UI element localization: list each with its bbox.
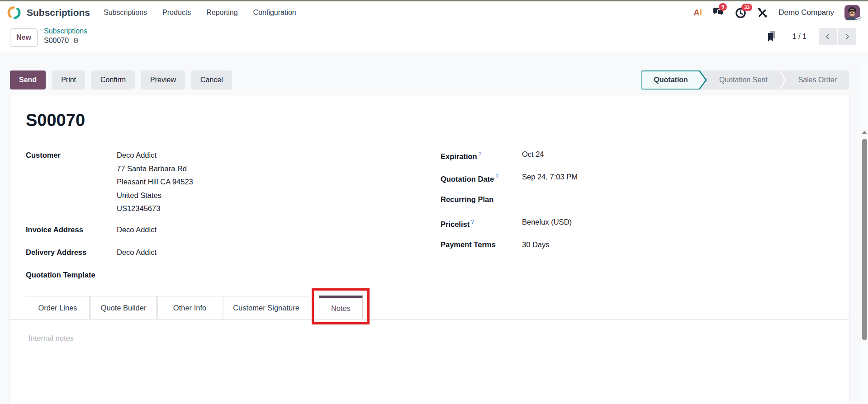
help-icon[interactable]: ? bbox=[471, 219, 474, 225]
field-invoice-address: Invoice Address Deco Addict bbox=[26, 223, 157, 237]
pager-previous-button[interactable] bbox=[819, 28, 837, 45]
field-label: Payment Terms bbox=[441, 239, 522, 250]
field-recurring-plan: Recurring Plan bbox=[441, 194, 522, 205]
activities-button[interactable]: 33 bbox=[735, 7, 746, 19]
notes-tab-highlight-annotation bbox=[312, 288, 370, 324]
subscriptions-app-icon[interactable] bbox=[7, 6, 21, 19]
menu-reporting[interactable]: Reporting bbox=[206, 1, 237, 24]
confirm-button[interactable]: Confirm bbox=[91, 70, 135, 89]
internal-notes-input[interactable]: Internal notes bbox=[28, 334, 74, 343]
tab-order-lines[interactable]: Order Lines bbox=[26, 296, 90, 319]
pager-counter: 1 / 1 bbox=[792, 33, 806, 41]
form-sheet: S00070 Customer Deco Addict 77 Santa Bar… bbox=[9, 95, 849, 404]
send-button[interactable]: Send bbox=[10, 70, 46, 89]
field-label: Quotation Date? bbox=[441, 171, 522, 184]
field-pricelist: Pricelist? Benelux (USD) bbox=[441, 216, 572, 230]
tab-quote-builder[interactable]: Quote Builder bbox=[90, 296, 157, 319]
field-label: Expiration? bbox=[441, 149, 522, 162]
control-panel: New Subscriptions S00070 ⚙ 1 / 1 bbox=[0, 24, 868, 52]
field-quotation-template: Quotation Template bbox=[26, 268, 117, 282]
status-step-quotation-sent[interactable]: Quotation Sent bbox=[707, 70, 780, 89]
app-title: Subscriptions bbox=[27, 7, 90, 18]
help-icon[interactable]: ? bbox=[479, 151, 482, 157]
field-label: Recurring Plan bbox=[441, 194, 522, 205]
preview-button[interactable]: Preview bbox=[141, 70, 185, 89]
field-label: Invoice Address bbox=[26, 223, 117, 236]
quotation-date-value[interactable]: Sep 24, 7:03 PM bbox=[522, 171, 578, 182]
cursor-plane-icon bbox=[855, 15, 863, 22]
top-navbar: Subscriptions Subscriptions Products Rep… bbox=[0, 1, 868, 24]
main-menu: Subscriptions Products Reporting Configu… bbox=[104, 1, 296, 24]
print-button[interactable]: Print bbox=[52, 70, 85, 89]
scrollbar-track[interactable] bbox=[861, 63, 868, 404]
delivery-address-value[interactable]: Deco Addict bbox=[117, 246, 157, 259]
activities-count-badge: 33 bbox=[741, 4, 752, 11]
user-avatar[interactable] bbox=[844, 5, 860, 20]
record-title: S00070 bbox=[26, 111, 85, 130]
status-step-quotation[interactable]: Quotation bbox=[641, 70, 707, 89]
field-customer: Customer Deco Addict 77 Santa Barbara Rd… bbox=[26, 149, 193, 216]
field-delivery-address: Delivery Address Deco Addict bbox=[26, 246, 157, 259]
expiration-value[interactable]: Oct 24 bbox=[522, 149, 544, 160]
tab-customer-signature[interactable]: Customer Signature bbox=[223, 296, 309, 319]
action-buttons: Send Print Confirm Preview Cancel bbox=[10, 70, 232, 89]
pager: 1 / 1 bbox=[767, 28, 856, 45]
invoice-address-value[interactable]: Deco Addict bbox=[117, 223, 157, 237]
scrollbar-thumb[interactable] bbox=[862, 139, 867, 340]
payment-terms-value[interactable]: 30 Days bbox=[522, 239, 550, 250]
notebook-tabs: Order Lines Quote Builder Other Info Cus… bbox=[9, 296, 849, 319]
chevron-left-icon bbox=[825, 33, 831, 40]
status-pipeline: Quotation Quotation Sent Sales Order bbox=[641, 70, 849, 89]
help-icon[interactable]: ? bbox=[495, 174, 498, 180]
status-separator bbox=[780, 70, 786, 89]
scroll-up-arrow[interactable] bbox=[862, 131, 867, 134]
status-step-sales-order[interactable]: Sales Order bbox=[786, 70, 849, 89]
ai-assistant-icon[interactable]: AI bbox=[693, 8, 702, 18]
field-label: Quotation Template bbox=[26, 268, 117, 282]
menu-subscriptions[interactable]: Subscriptions bbox=[104, 1, 147, 24]
tools-icon[interactable] bbox=[757, 7, 768, 19]
breadcrumb-current: S00070 bbox=[44, 37, 69, 45]
pricelist-value[interactable]: Benelux (USD) bbox=[522, 216, 572, 227]
cancel-button[interactable]: Cancel bbox=[191, 70, 232, 89]
pager-next-button[interactable] bbox=[838, 28, 856, 45]
breadcrumb-parent-link[interactable]: Subscriptions bbox=[44, 27, 87, 35]
bookmark-icon[interactable] bbox=[767, 31, 776, 42]
breadcrumb: Subscriptions S00070 ⚙ bbox=[44, 27, 87, 45]
new-button[interactable]: New bbox=[10, 28, 38, 47]
company-switcher[interactable]: Demo Company bbox=[778, 8, 834, 17]
field-quotation-date: Quotation Date? Sep 24, 7:03 PM bbox=[441, 171, 578, 184]
customer-value[interactable]: Deco Addict 77 Santa Barbara Rd Pleasant… bbox=[117, 149, 193, 216]
messages-count-badge: 9 bbox=[719, 3, 727, 11]
field-label: Pricelist? bbox=[441, 216, 522, 230]
field-payment-terms: Payment Terms 30 Days bbox=[441, 239, 550, 250]
menu-configuration[interactable]: Configuration bbox=[253, 1, 296, 24]
field-label: Delivery Address bbox=[26, 246, 117, 259]
tab-other-info[interactable]: Other Info bbox=[157, 296, 222, 319]
field-expiration: Expiration? Oct 24 bbox=[441, 149, 544, 162]
chevron-right-icon bbox=[844, 33, 850, 40]
menu-products[interactable]: Products bbox=[162, 1, 191, 24]
messages-button[interactable]: 9 bbox=[712, 7, 725, 19]
field-label: Customer bbox=[26, 149, 117, 162]
gear-icon[interactable]: ⚙ bbox=[73, 37, 79, 45]
